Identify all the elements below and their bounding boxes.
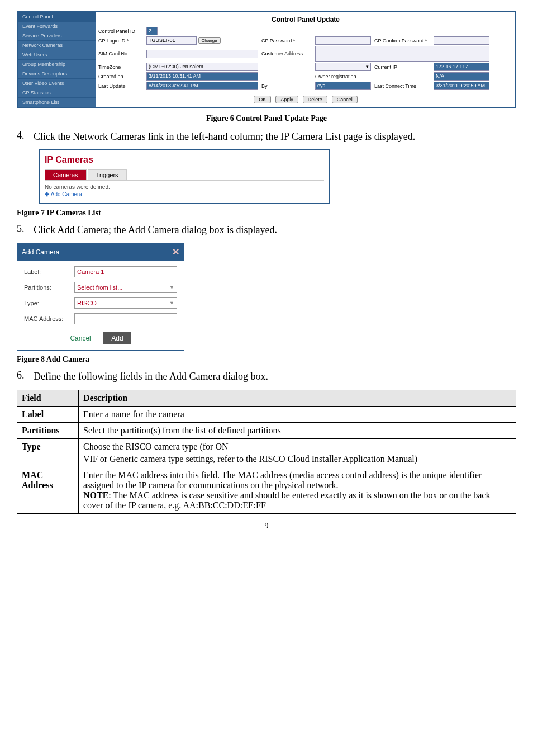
ip-cameras-screenshot: IP Cameras Cameras Triggers No cameras w… <box>39 149 330 204</box>
add-camera-dialog: Add Camera ✕ Label: Camera 1 Partitions:… <box>17 243 184 351</box>
td-label-d: Enter a name for the camera <box>79 406 516 422</box>
step-5-num: 5. <box>17 223 34 237</box>
cpl-delete-button[interactable]: Delete <box>303 96 327 103</box>
step-6-num: 6. <box>17 370 34 384</box>
step-4-text: Click the Network Cameras link in the le… <box>34 130 516 144</box>
dlg-select-type[interactable]: RISCO <box>74 297 177 309</box>
cpl-id-value: 2 <box>146 27 158 35</box>
td-mac-f: MAC Address <box>17 467 79 513</box>
close-icon[interactable]: ✕ <box>172 247 179 257</box>
cpl-change-button[interactable]: Change <box>198 37 221 44</box>
th-description: Description <box>79 390 516 406</box>
cpl-label-pwconfirm: CP Confirm Password * <box>374 38 430 44</box>
cpl-label-addr: Customer Address <box>261 51 312 56</box>
figure-6-caption: Figure 6 Control Panel Update Page <box>17 114 516 123</box>
cpl-label-curip: Current IP <box>374 64 430 70</box>
step-4: 4. Click the Network Cameras link in the… <box>17 130 516 144</box>
sidebar-item-group-membership[interactable]: Group Membership <box>18 60 96 69</box>
cpl-label-tz: TimeZone <box>98 64 143 70</box>
dlg-label-label: Label: <box>24 268 74 275</box>
cpl-label-sim: SIM Card No. <box>98 51 143 56</box>
no-cameras-msg: No cameras were defined. <box>45 181 324 191</box>
figure-7-caption: Figure 7 IP Cameras List <box>17 209 516 218</box>
step-5-text: Click Add Camera; the Add Camera dialog … <box>34 223 516 237</box>
cpl-ok-button[interactable]: OK <box>254 96 271 103</box>
sidebar-item-service-providers[interactable]: Service Providers <box>18 31 96 41</box>
sidebar-item-user-video-events[interactable]: User Video Events <box>18 79 96 88</box>
td-partitions-f: Partitions <box>17 422 79 438</box>
cpl-apply-button[interactable]: Apply <box>275 96 298 103</box>
cpl-sidebar: Control Panel Event Forwards Service Pro… <box>18 12 96 107</box>
cpl-created-value: 3/11/2013 10:31:41 AM <box>146 72 258 81</box>
dlg-input-mac[interactable] <box>74 313 177 324</box>
sidebar-item-devices-descriptors[interactable]: Devices Descriptors <box>18 69 96 79</box>
cpl-addr-input[interactable] <box>315 46 489 62</box>
cpl-sim-input[interactable] <box>146 50 258 58</box>
cpl-pw-input[interactable] <box>315 36 371 45</box>
step-6: 6. Define the following fields in the Ad… <box>17 370 516 384</box>
td-mac-d: Enter the MAC address into this field. T… <box>79 467 516 513</box>
tab-cameras[interactable]: Cameras <box>45 169 87 180</box>
cpl-lastup-value: 8/14/2013 4:52:41 PM <box>146 82 258 90</box>
cpl-lct-value: 3/31/2011 9:20:59 AM <box>434 82 489 90</box>
step-4-num: 4. <box>17 130 34 144</box>
cpl-tz-dropdown[interactable]: ▾ <box>315 63 371 71</box>
cpl-by-value: eyal <box>315 82 371 90</box>
cpl-label-lastup: Last Update <box>98 83 143 89</box>
add-camera-link[interactable]: Add Camera <box>45 191 324 197</box>
figure-8-caption: Figure 8 Add Camera <box>17 355 516 364</box>
th-field: Field <box>17 390 79 406</box>
dlg-input-label[interactable]: Camera 1 <box>74 266 177 277</box>
cpl-pwconfirm-input[interactable] <box>434 36 489 45</box>
control-panel-update-screenshot: Control Panel Event Forwards Service Pro… <box>17 11 516 108</box>
cpl-label-pw: CP Password * <box>261 38 312 44</box>
cpl-owner-value: N/A <box>434 72 489 81</box>
step-5: 5. Click Add Camera; the Add Camera dial… <box>17 223 516 237</box>
cpl-tz-value[interactable]: (GMT+02:00) Jerusalem <box>146 63 258 71</box>
page-number: 9 <box>17 522 516 531</box>
td-label-f: Label <box>17 406 79 422</box>
sidebar-item-network-cameras[interactable]: Network Cameras <box>18 41 96 50</box>
cpl-label-by: By <box>261 83 312 89</box>
sidebar-item-smartphone-list[interactable]: Smartphone List <box>18 98 96 107</box>
ip-cameras-title: IP Cameras <box>45 153 324 167</box>
cpl-cancel-button[interactable]: Cancel <box>332 96 358 103</box>
td-partitions-d: Select the partition(s) from the list of… <box>79 422 516 438</box>
cpl-title: Control Panel Update <box>97 13 514 26</box>
dialog-title: Add Camera <box>22 248 59 256</box>
sidebar-item-cp-statistics[interactable]: CP Statistics <box>18 88 96 98</box>
dlg-cancel-button[interactable]: Cancel <box>70 334 91 342</box>
cpl-label-lct: Last Connect Time <box>374 83 430 89</box>
sidebar-item-event-forwards[interactable]: Event Forwards <box>18 22 96 31</box>
td-type-d: Choose the RISCO camera type (for ON VIF… <box>79 438 516 467</box>
dlg-label-type: Type: <box>24 300 74 306</box>
dlg-add-button[interactable]: Add <box>103 332 131 344</box>
tab-triggers[interactable]: Triggers <box>88 169 127 180</box>
cpl-label-created: Created on <box>98 74 143 79</box>
cpl-label-owner: Owner registration <box>315 74 371 79</box>
td-type-f: Type <box>17 438 79 467</box>
step-6-text: Define the following fields in the Add C… <box>34 370 516 384</box>
sidebar-item-control-panel[interactable]: Control Panel <box>18 12 96 22</box>
sidebar-item-web-users[interactable]: Web Users <box>18 50 96 60</box>
cpl-login-value[interactable]: TGUSER01 <box>146 36 197 45</box>
cpl-label-id: Control Panel ID <box>98 29 143 34</box>
cpl-label-login: CP Login ID * <box>98 38 143 44</box>
dlg-label-partitions: Partitions: <box>24 284 74 291</box>
dlg-label-mac: MAC Address: <box>24 315 74 322</box>
cpl-curip-value: 172.16.17.117 <box>434 63 489 71</box>
dlg-select-partitions[interactable]: Select from list... <box>74 282 177 293</box>
field-description-table: Field Description Label Enter a name for… <box>17 390 516 514</box>
